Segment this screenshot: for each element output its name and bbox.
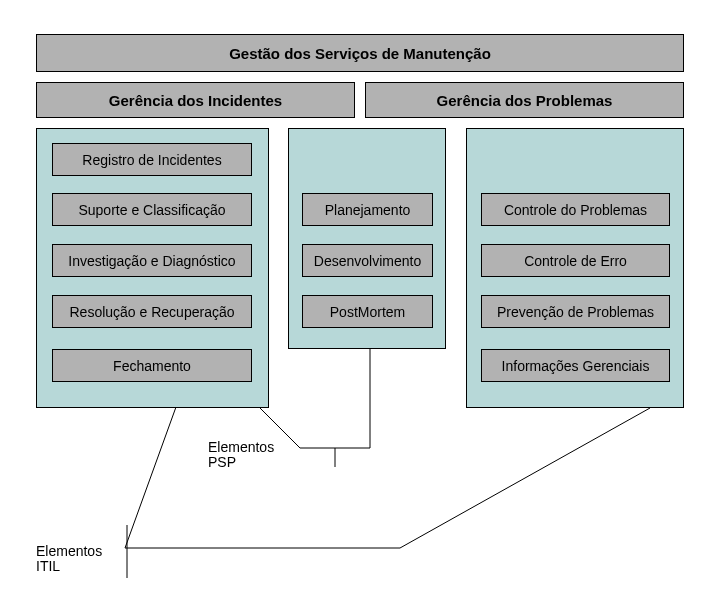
svg-line-6: [125, 407, 176, 548]
svg-line-7: [400, 408, 650, 548]
connector-lines: [0, 0, 723, 594]
svg-line-2: [260, 408, 300, 448]
diagram-stage: Gestão dos Serviços de Manutenção Gerênc…: [0, 0, 723, 594]
